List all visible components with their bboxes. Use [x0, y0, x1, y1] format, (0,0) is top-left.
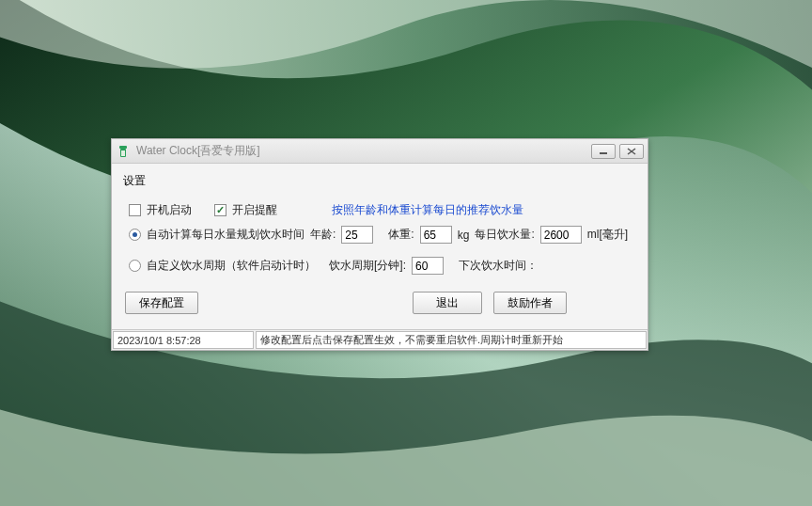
- weight-label: 体重:: [388, 227, 414, 243]
- minimize-icon: [599, 148, 608, 155]
- autostart-label: 开机启动: [147, 202, 192, 218]
- svg-rect-4: [600, 152, 607, 154]
- exit-button[interactable]: 退出: [413, 292, 482, 314]
- statusbar: 2023/10/1 8:57:28 修改配置后点击保存配置生效，不需要重启软件.…: [112, 329, 648, 350]
- daily-unit: ml[毫升]: [587, 227, 628, 243]
- age-label: 年龄:: [310, 227, 336, 243]
- checkbox-row: 开机启动 开启提醒 按照年龄和体重计算每日的推荐饮水量: [121, 200, 638, 220]
- hint-text: 按照年龄和体重计算每日的推荐饮水量: [332, 202, 523, 218]
- radio-custom[interactable]: [129, 260, 141, 272]
- custom-period-row: 自定义饮水周期（软件启动计时） 饮水周期[分钟]: 下次饮水时间：: [121, 255, 638, 277]
- status-time: 2023/10/1 8:57:28: [113, 331, 254, 349]
- daily-input[interactable]: [540, 226, 582, 244]
- section-heading: 设置: [121, 169, 638, 197]
- minimize-button[interactable]: [591, 144, 616, 159]
- titlebar[interactable]: Water Clock[吾爱专用版]: [112, 139, 648, 164]
- period-input[interactable]: [412, 257, 444, 275]
- client-area: 设置 开机启动 开启提醒 按照年龄和体重计算每日的推荐饮水量 自动计算每日水量规…: [112, 164, 648, 329]
- weight-input[interactable]: [420, 226, 452, 244]
- age-input[interactable]: [341, 226, 373, 244]
- radio-custom-label: 自定义饮水周期（软件启动计时）: [147, 258, 316, 274]
- close-button[interactable]: [619, 144, 644, 159]
- svg-rect-3: [121, 150, 125, 156]
- settings-window: Water Clock[吾爱专用版] 设置 开机启动 开启提醒 按照年龄和体重计…: [111, 138, 648, 351]
- close-icon: [627, 148, 636, 155]
- radio-auto[interactable]: [129, 229, 141, 241]
- button-row: 保存配置 退出 鼓励作者: [121, 290, 638, 322]
- svg-rect-1: [119, 146, 127, 149]
- window-controls: [591, 144, 644, 159]
- weight-unit: kg: [458, 229, 470, 242]
- status-message: 修改配置后点击保存配置生效，不需要重启软件.周期计时重新开始: [256, 331, 647, 349]
- next-time-label: 下次饮水时间：: [459, 258, 538, 274]
- reminder-label: 开启提醒: [232, 202, 277, 218]
- auto-calc-row: 自动计算每日水量规划饮水时间 年龄: 体重: kg 每日饮水量: ml[毫升]: [121, 224, 638, 245]
- reminder-checkbox[interactable]: [214, 204, 226, 216]
- period-label: 饮水周期[分钟]:: [329, 258, 406, 274]
- water-clock-icon: [116, 144, 131, 159]
- save-button[interactable]: 保存配置: [125, 292, 198, 314]
- autostart-checkbox[interactable]: [129, 204, 141, 216]
- daily-label: 每日饮水量:: [475, 227, 534, 243]
- window-title: Water Clock[吾爱专用版]: [136, 143, 591, 159]
- donate-button[interactable]: 鼓励作者: [493, 292, 567, 314]
- radio-auto-label: 自动计算每日水量规划饮水时间: [147, 227, 304, 243]
